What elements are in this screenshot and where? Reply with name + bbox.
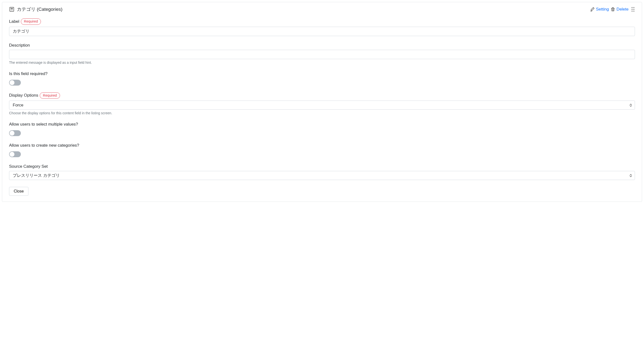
display-options-label: Display Options [9,93,38,98]
field-description-group: Description The entered message is displ… [9,43,635,65]
field-panel: カテゴリ (Categories) Setting [2,2,642,202]
panel-title-wrap: カテゴリ (Categories) [9,6,62,13]
source-set-label: Source Category Set [9,164,48,169]
svg-point-4 [634,7,634,8]
field-source-set-group: Source Category Set プレスリリース カテゴリ [9,164,635,180]
required-badge: Required [40,93,60,99]
source-set-select-wrap: プレスリリース カテゴリ [9,171,635,180]
delete-label: Delete [616,7,628,12]
svg-point-7 [632,11,632,12]
description-label: Description [9,43,30,48]
svg-point-5 [632,9,632,10]
display-options-select[interactable]: Force [9,101,635,110]
field-label-group: Label Required [9,19,635,36]
description-hint: The entered message is displayed as a in… [9,61,635,65]
panel-actions: Setting Delete [590,7,635,12]
create-categories-toggle[interactable] [9,151,21,157]
create-categories-label-wrap: Allow users to create new categories? [9,143,79,148]
svg-point-3 [632,7,632,8]
label-label-wrap: Label Required [9,19,41,25]
description-label-wrap: Description [9,43,30,48]
multiple-values-toggle[interactable] [9,130,21,136]
field-multiple-values-group: Allow users to select multiple values? [9,122,635,136]
setting-label: Setting [596,7,609,12]
multiple-values-label-wrap: Allow users to select multiple values? [9,122,78,127]
source-set-label-wrap: Source Category Set [9,164,48,169]
required-label: Is this field required? [9,71,48,76]
required-toggle[interactable] [9,80,21,86]
setting-link[interactable]: Setting [590,7,609,12]
svg-point-8 [634,11,634,12]
display-options-hint: Choose the display options for this cont… [9,111,635,115]
trash-icon [610,7,615,12]
panel-title: カテゴリ (Categories) [17,6,62,13]
field-required-group: Is this field required? [9,71,635,86]
svg-rect-2 [10,8,13,9]
display-options-select-wrap: Force [9,101,635,110]
svg-point-6 [634,9,634,10]
create-categories-label: Allow users to create new categories? [9,143,79,148]
label-input[interactable] [9,27,635,36]
required-label-wrap: Is this field required? [9,71,48,76]
field-display-options-group: Display Options Required Force Choose th… [9,93,635,115]
toggle-knob [10,80,14,85]
multiple-values-label: Allow users to select multiple values? [9,122,78,127]
description-input[interactable] [9,50,635,59]
source-set-select[interactable]: プレスリリース カテゴリ [9,171,635,180]
toggle-knob [10,152,14,157]
edit-icon [590,7,595,12]
field-create-categories-group: Allow users to create new categories? [9,143,635,157]
label-label: Label [9,19,19,24]
close-button[interactable]: Close [9,187,28,196]
panel-header: カテゴリ (Categories) Setting [9,6,635,13]
display-options-label-wrap: Display Options Required [9,93,60,99]
drag-handle-icon[interactable] [631,7,635,12]
required-badge: Required [21,19,41,25]
categories-icon [9,7,14,12]
toggle-knob [10,131,14,136]
delete-link[interactable]: Delete [610,7,628,12]
